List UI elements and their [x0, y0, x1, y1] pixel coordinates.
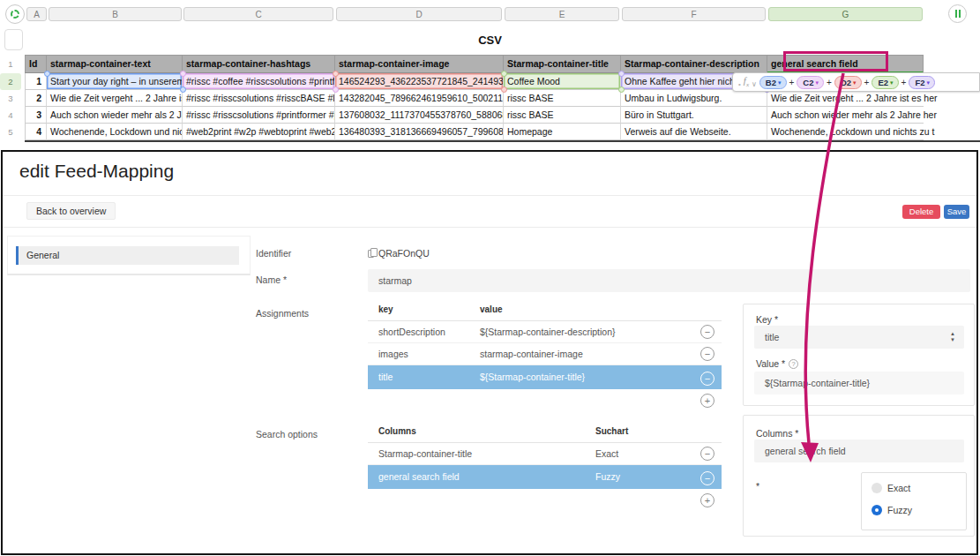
selection-handle[interactable] [501, 86, 507, 93]
name-input[interactable]: starmap [368, 269, 970, 292]
cell-b2[interactable]: Start your day right – in unserem F [47, 73, 183, 90]
cell-c2[interactable]: #rissc #coffee #risscsolutions #printfo [183, 73, 335, 90]
cell-e3[interactable]: rissc BASE [504, 90, 621, 107]
formula-operator: + [827, 78, 832, 87]
remove-row-button[interactable] [700, 471, 714, 485]
table-row: 4 Wochenende, Lockdown und nich #web2pri… [25, 124, 924, 140]
formula-token-b2[interactable]: B2 [759, 76, 787, 89]
cell-e2[interactable]: Coffee Mood [504, 73, 621, 90]
cell-d3[interactable]: 143282045_789662461959610_50021140 [335, 90, 504, 107]
cell-c4[interactable]: #rissc #risscsolutions #printformer #p [183, 107, 335, 124]
divider [3, 227, 976, 228]
radio-option-fuzzy[interactable]: Fuzzy [872, 505, 912, 515]
assignment-row-selected[interactable]: title ${Starmap-container-title} [368, 365, 722, 389]
add-column-icon[interactable] [948, 4, 967, 23]
assignment-row[interactable]: shortDescription ${Starmap-container-des… [368, 321, 722, 343]
key-select[interactable]: title ▲▼ [754, 326, 964, 349]
column-header-c[interactable]: C [183, 7, 333, 21]
cell-e4[interactable]: rissc BASE [504, 107, 621, 124]
formula-token-d2[interactable]: D2 [834, 76, 862, 89]
column-header-f[interactable]: F [622, 7, 766, 21]
selection-handle[interactable] [44, 71, 50, 77]
cell-b4[interactable]: Auch schon wieder mehr als 2 Jah [47, 107, 183, 124]
cell-a5[interactable]: 4 [25, 124, 47, 140]
sidebar: General [7, 236, 251, 275]
header-cell-id[interactable]: Id [25, 55, 47, 73]
remove-row-button[interactable] [700, 447, 714, 461]
cell-b3[interactable]: Wie die Zeit vergeht ... 2 Jahre ist [47, 90, 183, 107]
value-input[interactable]: ${Starmap-container-title} [754, 372, 964, 394]
delete-button[interactable]: Delete [902, 205, 940, 219]
header-cell-description[interactable]: Starmap-container-description [621, 55, 767, 73]
radio-option-exact[interactable]: Exact [872, 483, 910, 493]
row-number[interactable]: 3 [0, 90, 21, 107]
formula-token-f2[interactable]: F2 [909, 76, 935, 89]
remove-row-button[interactable] [700, 372, 714, 386]
cell-c5[interactable]: #web2print #w2p #webtoprint #web2 [183, 124, 335, 140]
back-to-overview-button[interactable]: Back to overview [26, 202, 116, 220]
assignment-key: shortDescription [378, 327, 445, 337]
copy-icon[interactable] [368, 250, 374, 258]
formula-token-c2[interactable]: C2 [797, 76, 824, 89]
cell-a2[interactable]: 1 [25, 73, 47, 90]
selection-handle[interactable] [501, 71, 507, 77]
save-button[interactable]: Save [944, 205, 969, 219]
column-header-e[interactable]: E [505, 7, 619, 21]
selection-handle[interactable] [618, 71, 625, 77]
remove-row-button[interactable] [700, 347, 714, 361]
columns-input[interactable]: general search field [754, 440, 964, 462]
cell-d5[interactable]: 136480393_318136669496057_79960885 [335, 124, 504, 140]
header-cell-hashtags[interactable]: starmap-container-hashtags [183, 55, 335, 73]
chevron-down-icon[interactable] [752, 74, 757, 90]
add-row-button[interactable] [700, 394, 714, 408]
search-column: general search field [378, 471, 460, 482]
radio-checked-icon[interactable] [872, 505, 882, 515]
selection-handle[interactable] [333, 86, 339, 93]
cell-c3[interactable]: #rissc #risscsolutions #risscBASE #lu [183, 90, 335, 107]
fx-icon: fx [744, 75, 749, 88]
remove-row-button[interactable] [700, 325, 714, 339]
column-header-a[interactable]: A [26, 7, 47, 21]
table-handle-icon[interactable] [5, 4, 25, 24]
cell-f4[interactable]: Büro in Stuttgart. [621, 107, 767, 124]
header-cell-text[interactable]: starmap-container-text [47, 55, 183, 73]
column-header-b[interactable]: B [49, 7, 182, 21]
selection-handle[interactable] [618, 86, 625, 93]
row-number[interactable]: 4 [0, 107, 21, 124]
header-cell-title[interactable]: Starmap-container-title [504, 55, 621, 73]
key-value-card: Key * title ▲▼ Value * ${Starmap-contain… [743, 304, 975, 406]
sidebar-item-general[interactable]: General [16, 246, 239, 265]
cell-d4[interactable]: 137608032_1117370455378760_5880684 [335, 107, 504, 124]
cell-g3[interactable]: Wie die Zeit vergeht ... 2 Jahre ist es … [767, 90, 924, 107]
cell-a4[interactable]: 3 [25, 107, 47, 124]
formula-editor[interactable]: fx B2 + C2 + D2 + E2 + F2 [732, 72, 980, 92]
selection-handle[interactable] [180, 71, 186, 77]
cell-g5[interactable]: Wochenende, Lockdown und nichts zu t [767, 124, 924, 140]
search-option-row[interactable]: Starmap-container-title Exact [368, 443, 722, 465]
header-cell-image[interactable]: starmap-container-image [335, 55, 504, 73]
add-row-button[interactable] [700, 493, 714, 507]
cell-f3[interactable]: Umbau in Ludwigsburg. [621, 90, 767, 107]
row-number[interactable]: 5 [0, 124, 21, 140]
search-option-row-selected[interactable]: general search field Fuzzy [368, 465, 722, 489]
selection-handle[interactable] [180, 86, 186, 93]
assignment-key: title [378, 372, 393, 382]
cell-e5[interactable]: Homepage [504, 124, 621, 140]
formula-operator: + [789, 78, 795, 87]
formula-token-e2[interactable]: E2 [872, 76, 898, 89]
assignments-table-header: key value [368, 300, 722, 321]
cell-b5[interactable]: Wochenende, Lockdown und nich [47, 124, 183, 140]
row-number[interactable]: 1 [0, 55, 21, 73]
help-icon[interactable] [789, 359, 798, 369]
column-header-d[interactable]: D [336, 7, 502, 21]
cell-a3[interactable]: 2 [25, 90, 47, 107]
column-header-g-selected[interactable]: G [768, 7, 923, 21]
edit-feed-mapping-panel: edit Feed-Mapping Back to overview Delet… [1, 150, 978, 555]
cell-d2[interactable]: 146524293_436223537721845_24149321 [335, 73, 504, 90]
cell-f5[interactable]: Verweis auf die Webseite. [621, 124, 767, 140]
assignment-row[interactable]: images starmap-container-image [368, 343, 722, 365]
radio-unchecked-icon[interactable] [872, 483, 882, 493]
row-number[interactable]: 2 [0, 73, 21, 90]
selection-handle[interactable] [333, 71, 339, 77]
cell-g4[interactable]: Auch schon wieder mehr als 2 Jahre her [767, 107, 924, 124]
